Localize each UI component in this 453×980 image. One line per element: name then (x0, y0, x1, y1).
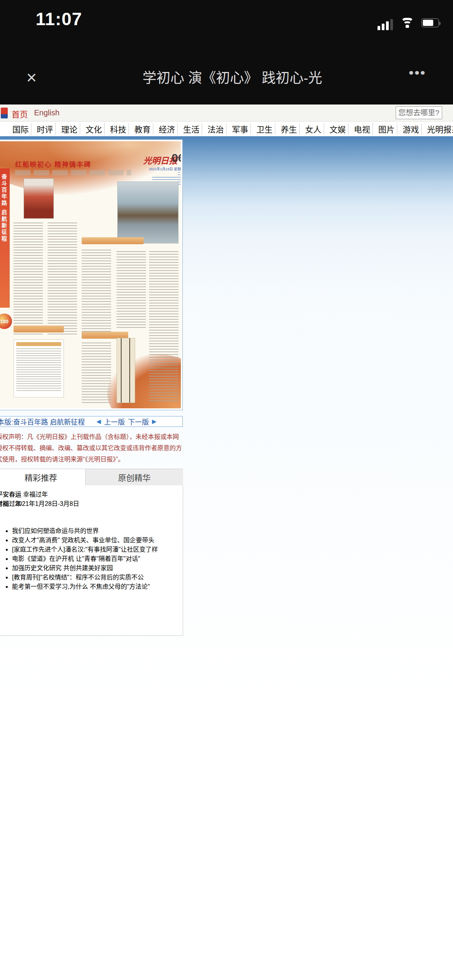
promo-tabs: 精彩推荐 原创精华 (0, 469, 183, 485)
paper-date: 2021年1月19日 星期二 (146, 167, 181, 176)
nav-item[interactable]: 卫生 (251, 123, 275, 135)
paper-faux-column (117, 251, 146, 329)
nav-item[interactable]: 理论 (55, 123, 80, 135)
list-item[interactable]: 加强历史文化研究 共创共建美好家园 (12, 563, 183, 572)
paper-photo-performers (24, 178, 54, 219)
nav-item[interactable]: 法治 (202, 123, 226, 135)
nav-item[interactable]: 游戏 (397, 123, 421, 135)
paper-mini-article (14, 339, 64, 397)
paper-headline: 红船映初心 精神铸丰碑 (15, 159, 91, 169)
home-link[interactable]: 首页 (12, 108, 28, 120)
newspaper-thumbnail[interactable]: 光明日报 06 2021年1月19日 星期二 红船映初心 精神铸丰碑 奋斗百年路… (0, 139, 183, 410)
nav-item[interactable]: 时评 (31, 123, 55, 135)
wifi-icon (401, 18, 414, 28)
site-topbar: 首页 English (0, 105, 453, 122)
list-item[interactable]: 电影《望道》在沪开机 让"青春"隔着百年"对话" (12, 553, 183, 563)
cellular-signal-icon (378, 19, 395, 30)
main-nav: 国际 时评 理论 文化 科技 教育 经济 生活 法治 军事 卫生 养生 女人 文… (0, 122, 453, 136)
paper-calligraphy (117, 338, 135, 403)
version-bar: 本版:奋斗百年路 启航新征程 ◀ 上一版 下一版 ▶ (0, 416, 183, 427)
promo-banner[interactable]: 平安春运 幸福过年 平安春运 幸福过年 时间：2021年1月28日-3月8日 (0, 489, 183, 519)
title-fade (339, 68, 366, 88)
anniversary-emblem: 100 (0, 314, 12, 329)
nav-item[interactable]: 军事 (226, 123, 251, 135)
nav-item[interactable]: 教育 (129, 123, 153, 135)
spring-festival-banner-image[interactable]: 平安春运 幸福过年 (0, 489, 47, 518)
list-item[interactable]: 能考第一但不爱学习,为什么 不焦虑父母的"方法论" (12, 581, 183, 591)
english-link[interactable]: English (34, 108, 60, 117)
list-item[interactable]: [教育周刊]"名校情结"：程序不公背后的实质不公 (12, 572, 183, 581)
nav-item[interactable]: 文化 (80, 123, 104, 135)
paper-side-banner: 奋斗百年路 启航新征程 (0, 168, 10, 308)
next-page-icon: ▶ (152, 418, 157, 425)
site-logo-icon[interactable] (1, 108, 8, 118)
list-item[interactable]: 我们应如何塑造命运与共的世界 (12, 526, 183, 535)
notice-line: 式使用，授权转载的请注明来源“《光明日报》”。 (0, 454, 184, 465)
status-time: 11:07 (36, 9, 82, 29)
promo-link-list: 我们应如何塑造命运与共的世界 改变人才"高消费" 党政机关、事业单位、国企要带头… (0, 526, 183, 591)
paper-faux-column (82, 250, 111, 335)
more-menu-icon[interactable]: ••• (409, 65, 426, 80)
prev-page-link[interactable]: 上一版 (104, 416, 125, 427)
nav-item[interactable]: 国际 (10, 123, 31, 135)
notice-line: 授权不得转载、摘编、改编、篡改或以其它改变或违背作者原意的方 (0, 442, 184, 454)
nav-item[interactable]: 养生 (275, 123, 299, 135)
nav-item[interactable]: 电视 (348, 123, 372, 135)
phone-header: 11:07 × 学初心 演《初心》 践初心-光 ••• (0, 0, 453, 105)
paper-faux-column (149, 251, 178, 402)
nav-item[interactable]: 图片 (372, 123, 397, 135)
paper-faux-column (48, 223, 77, 335)
nav-item[interactable]: 光明报系 (421, 123, 453, 135)
close-icon[interactable]: × (26, 66, 37, 89)
nav-item[interactable]: 科技 (104, 123, 129, 135)
list-item[interactable]: 改变人才"高消费" 党政机关、事业单位、国企要带头 (12, 535, 183, 544)
copyright-notice: 版权声明：凡《光明日报》上刊载作品（含标题），未经本报或本网 授权不得转载、摘编… (0, 431, 184, 465)
version-label: 本版:奋斗百年路 启航新征程 (0, 416, 85, 427)
tab-original[interactable]: 原创精华 (86, 469, 183, 485)
browser-title: 学初心 演《初心》 践初心-光 (99, 68, 366, 88)
battery-icon (421, 18, 439, 27)
nav-item[interactable]: 经济 (153, 123, 177, 135)
search-input[interactable] (396, 107, 442, 119)
tab-featured[interactable]: 精彩推荐 (0, 469, 86, 485)
paper-section-heading (14, 326, 64, 332)
notice-line: 版权声明：凡《光明日报》上刊载作品（含标题），未经本报或本网 (0, 431, 184, 442)
newspaper-page: 光明日报 06 2021年1月19日 星期二 红船映初心 精神铸丰碑 奋斗百年路… (0, 141, 181, 408)
paper-section-heading (82, 237, 144, 244)
prev-page-icon: ◀ (96, 418, 101, 425)
screenshot-canvas: 11:07 × 学初心 演《初心》 践初心-光 ••• 首页 English 国… (0, 0, 453, 980)
list-item[interactable]: [家庭工作先进个人]潘名汉:"有事找阿潘"让社区变了样 (12, 544, 183, 553)
nav-item[interactable]: 女人 (299, 123, 324, 135)
promo-box: 精彩推荐 原创精华 平安春运 幸福过年 平安春运 幸福过年 时间：2021年1月… (0, 469, 183, 636)
nav-item[interactable]: 文娱 (324, 123, 348, 135)
paper-page-number: 06 (172, 151, 181, 164)
paper-faux-text (15, 170, 131, 175)
paper-faux-column (14, 223, 43, 335)
next-page-link[interactable]: 下一版 (128, 416, 149, 427)
paper-faux-column (82, 343, 111, 404)
nav-item[interactable]: 生活 (177, 123, 202, 135)
site-search[interactable] (396, 106, 442, 119)
paper-photo-red-boat (117, 182, 178, 243)
